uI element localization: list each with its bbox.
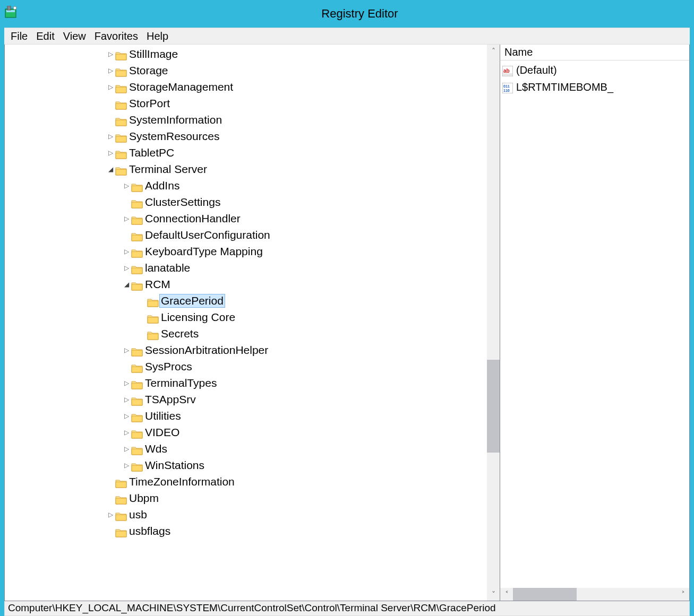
tree-node[interactable]: ▷StillImage [5, 46, 500, 62]
tree-node[interactable]: ▷TerminalTypes [5, 375, 500, 391]
titlebar[interactable]: Registry Editor [0, 0, 694, 28]
scroll-thumb[interactable] [487, 360, 500, 453]
client-area: ▷StillImage▷Storage▷StorageManagementSto… [4, 45, 690, 601]
folder-icon [131, 280, 143, 289]
expand-icon[interactable]: ▷ [123, 346, 130, 354]
collapse-icon[interactable]: ◢ [107, 166, 114, 173]
list-horizontal-scrollbar[interactable]: ˂ ˃ [500, 588, 689, 601]
tree-node-label: usbflags [129, 525, 170, 537]
reg-binary-icon [502, 81, 514, 93]
tree-node[interactable]: ▷TSAppSrv [5, 391, 500, 407]
folder-icon [131, 247, 143, 256]
tree-node-label: Ubpm [129, 492, 159, 505]
menu-favorites[interactable]: Favorites [90, 30, 142, 42]
collapse-icon[interactable]: ◢ [123, 281, 130, 288]
tree-node[interactable]: ▷Wds [5, 440, 500, 457]
tree-node[interactable]: TimeZoneInformation [5, 473, 500, 490]
folder-icon [115, 99, 127, 108]
tree-node[interactable]: GracePeriod [5, 292, 500, 309]
tree-node[interactable]: ▷SessionArbitrationHelper [5, 342, 500, 358]
tree-node[interactable]: ▷SystemResources [5, 128, 500, 144]
tree-node[interactable]: Ubpm [5, 490, 500, 506]
expand-icon[interactable]: ▷ [123, 379, 130, 387]
expand-icon[interactable]: ▷ [123, 215, 130, 222]
tree-node[interactable]: SysProcs [5, 358, 500, 375]
tree-node[interactable]: ▷usb [5, 506, 500, 523]
tree-node[interactable]: ▷ConnectionHandler [5, 210, 500, 227]
expand-icon[interactable]: ▷ [123, 445, 130, 453]
scroll-up-arrow-icon[interactable]: ˄ [487, 45, 500, 57]
folder-icon [115, 49, 127, 59]
menu-edit[interactable]: Edit [32, 30, 58, 42]
list-item-label: L$RTMTIMEBOMB_ [516, 81, 613, 93]
expand-icon[interactable]: ▷ [107, 511, 114, 518]
expand-icon[interactable]: ▷ [123, 264, 130, 272]
folder-icon [115, 115, 127, 125]
folder-icon [131, 230, 143, 240]
expand-icon[interactable]: ▷ [107, 149, 114, 157]
tree-node[interactable]: StorPort [5, 95, 500, 111]
expand-icon[interactable]: ▷ [107, 67, 114, 74]
menu-file[interactable]: File [6, 30, 32, 42]
tree-node[interactable]: DefaultUserConfiguration [5, 227, 500, 243]
menu-help[interactable]: Help [142, 30, 173, 42]
tree-node[interactable]: ▷KeyboardType Mapping [5, 243, 500, 259]
tree-node[interactable]: ▷AddIns [5, 177, 500, 194]
column-name[interactable]: Name [500, 46, 689, 58]
expand-icon[interactable]: ▷ [123, 412, 130, 420]
tree-node[interactable]: ▷Storage [5, 62, 500, 79]
list-header[interactable]: Name [500, 45, 689, 60]
tree-node-label: StorPort [129, 97, 170, 110]
tree-node-label: lanatable [145, 262, 190, 274]
scroll-left-arrow-icon[interactable]: ˂ [500, 590, 513, 598]
expand-icon[interactable]: ▷ [123, 429, 130, 436]
expand-icon[interactable]: ▷ [107, 83, 114, 91]
tree-node-label: TSAppSrv [145, 393, 196, 406]
tree-vertical-scrollbar[interactable]: ˄ ˅ [487, 45, 500, 601]
expand-icon[interactable]: ▷ [123, 248, 130, 255]
expand-icon[interactable]: ▷ [107, 50, 114, 58]
tree-node[interactable]: ◢RCM [5, 276, 500, 292]
tree-node[interactable]: Secrets [5, 325, 500, 342]
tree-node-label: TabletPC [129, 146, 174, 159]
list-item[interactable]: (Default) [500, 62, 689, 79]
tree-node[interactable]: ▷WinStations [5, 457, 500, 473]
tree-node-label: SystemResources [129, 130, 219, 143]
folder-icon [115, 66, 127, 75]
tree-node[interactable]: ▷lanatable [5, 259, 500, 276]
list-body[interactable]: (Default)L$RTMTIMEBOMB_ [500, 60, 689, 97]
tree-content[interactable]: ▷StillImage▷Storage▷StorageManagementSto… [5, 45, 500, 601]
folder-icon [147, 329, 159, 339]
folder-icon [115, 164, 127, 174]
menu-view[interactable]: View [59, 30, 90, 42]
folder-icon [115, 526, 127, 536]
folder-icon [131, 461, 143, 470]
window-title: Registry Editor [25, 7, 694, 21]
tree-node[interactable]: ◢Terminal Server [5, 161, 500, 177]
tree-node[interactable]: usbflags [5, 523, 500, 539]
scroll-track[interactable] [487, 57, 500, 588]
tree-node-label: RCM [145, 278, 170, 291]
scroll-right-arrow-icon[interactable]: ˃ [676, 590, 689, 598]
tree-node[interactable]: ▷TabletPC [5, 144, 500, 161]
tree-node[interactable]: Licensing Core [5, 309, 500, 325]
menubar: File Edit View Favorites Help [4, 28, 690, 45]
tree-node[interactable]: ▷VIDEO [5, 424, 500, 440]
expand-icon[interactable]: ▷ [107, 133, 114, 140]
expand-icon[interactable]: ▷ [123, 462, 130, 469]
expand-icon[interactable]: ▷ [123, 396, 130, 403]
folder-icon [131, 345, 143, 355]
tree-node-label: StillImage [129, 48, 178, 60]
list-item[interactable]: L$RTMTIMEBOMB_ [500, 79, 689, 96]
tree-node-label: DefaultUserConfiguration [145, 229, 270, 241]
tree-node[interactable]: ▷Utilities [5, 407, 500, 424]
tree-node-label: SessionArbitrationHelper [145, 344, 268, 357]
scroll-down-arrow-icon[interactable]: ˅ [487, 588, 500, 601]
tree-node[interactable]: ▷StorageManagement [5, 79, 500, 95]
folder-icon [131, 428, 143, 437]
tree-node[interactable]: ClusterSettings [5, 194, 500, 210]
tree-node-label: KeyboardType Mapping [145, 245, 263, 258]
hscroll-thumb[interactable] [513, 588, 577, 601]
expand-icon[interactable]: ▷ [123, 182, 130, 189]
tree-node[interactable]: SystemInformation [5, 111, 500, 128]
